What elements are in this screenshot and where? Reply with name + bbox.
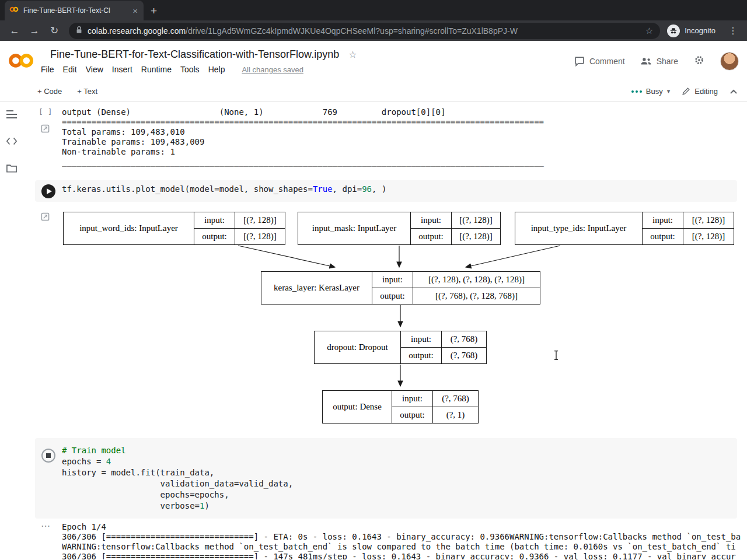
back-icon[interactable]: ← xyxy=(6,25,23,37)
collapse-header-icon[interactable] xyxy=(729,86,738,97)
text-line: 306/306 [==============================]… xyxy=(62,552,747,559)
cell-output-icon[interactable] xyxy=(41,212,50,221)
train-code-cell[interactable]: # Train modelepochs = 4history = model.f… xyxy=(35,438,737,519)
diagram-node-input-word-ids: input_word_ids: InputLayer input:[(?, 12… xyxy=(63,212,285,245)
omnibox[interactable]: colab.research.google.com/drive/1LgAd5Wm… xyxy=(69,23,660,39)
colab-favicon-icon xyxy=(9,5,19,16)
add-code-button[interactable]: + Code xyxy=(37,87,62,96)
share-people-icon xyxy=(640,57,652,66)
notebook-title[interactable]: Fine-Tune-BERT-for-Text-Classification-w… xyxy=(50,48,339,61)
busy-dots-icon xyxy=(631,90,642,93)
notebook-content: [ ] output (Dense) (None, 1) 769 dropout… xyxy=(0,102,747,559)
comment-icon xyxy=(574,56,585,66)
tab-close-icon[interactable]: × xyxy=(131,6,139,15)
text-line: ________________________________________… xyxy=(62,157,747,167)
cell-output-icon[interactable] xyxy=(41,124,50,133)
play-icon xyxy=(47,188,52,194)
menu-edit[interactable]: Edit xyxy=(63,65,77,74)
code-snippets-icon[interactable] xyxy=(0,131,23,152)
busy-status[interactable]: Busy ▾ xyxy=(631,87,670,96)
incognito-badge[interactable]: Incognito xyxy=(666,23,722,38)
colab-header: Fine-Tune-BERT-for-Text-Classification-w… xyxy=(0,41,747,82)
files-folder-icon[interactable] xyxy=(0,158,23,178)
node-output-label: output: xyxy=(194,229,235,244)
code-editor[interactable]: tf.keras.utils.plot_model(model=model, s… xyxy=(62,183,386,198)
text-line: WARNING:tensorflow:Callbacks method `on_… xyxy=(62,542,747,552)
reload-icon[interactable]: ↻ xyxy=(46,24,63,37)
bookmark-star-icon[interactable]: ☆ xyxy=(645,26,653,36)
node-input-label: input: xyxy=(392,391,433,407)
node-output-label: output: xyxy=(392,407,433,423)
output-overflow-icon[interactable]: ⋯ xyxy=(35,522,50,530)
browser-tab[interactable]: Fine-Tune-BERT-for-Text-Cl × xyxy=(5,1,144,20)
menu-file[interactable]: File xyxy=(41,65,54,74)
menu-insert[interactable]: Insert xyxy=(112,65,132,74)
node-input-label: input: xyxy=(411,212,452,228)
colab-logo-icon[interactable] xyxy=(8,52,35,72)
node-name: input_word_ids: InputLayer xyxy=(64,212,194,244)
editing-mode-button[interactable]: Editing xyxy=(682,87,718,96)
node-name: input_type_ids: InputLayer xyxy=(515,212,643,244)
forward-icon[interactable]: → xyxy=(26,25,43,37)
avatar[interactable] xyxy=(720,52,739,71)
diagram-node-output-dense: output: Dense input:(?, 768) output:(?, … xyxy=(322,390,479,424)
new-tab-button[interactable]: + xyxy=(151,5,157,18)
text-line: epochs = 4 xyxy=(62,456,293,467)
stop-cell-button[interactable] xyxy=(41,449,55,463)
share-button[interactable]: Share xyxy=(640,57,678,66)
editing-label: Editing xyxy=(694,87,718,96)
plot-model-code-cell[interactable]: tf.keras.utils.plot_model(model=model, s… xyxy=(35,180,737,202)
summary-output-row: [ ] output (Dense) (None, 1) 769 dropout… xyxy=(35,107,747,167)
share-label: Share xyxy=(657,57,678,66)
notebook-scroll-area[interactable]: [ ] output (Dense) (None, 1) 769 dropout… xyxy=(23,102,747,559)
save-status[interactable]: All changes saved xyxy=(242,65,303,74)
text-line: 306/306 [==============================]… xyxy=(62,532,747,542)
screen: Fine-Tune-BERT-for-Text-Cl × + ← → ↻ col… xyxy=(0,0,747,560)
cell-gutter xyxy=(35,208,62,435)
node-input-value: [(?, 128)] xyxy=(683,212,734,228)
comment-label: Comment xyxy=(589,57,625,66)
node-output-label: output: xyxy=(372,288,413,304)
text-line: verbose=1) xyxy=(62,501,293,512)
node-input-value: [(?, 128)] xyxy=(235,212,285,228)
node-output-label: output: xyxy=(643,229,683,244)
text-line: Trainable params: 109,483,009 xyxy=(62,137,747,147)
url-text: colab.research.google.com/drive/1LgAd5Wm… xyxy=(88,26,640,36)
node-output-value: (?, 1) xyxy=(433,407,478,423)
browser-menu-icon[interactable]: ⋮ xyxy=(725,25,741,36)
cell-gutter: ⋯ xyxy=(35,522,62,559)
diagram-node-dropout: dropout: Dropout input:(?, 768) output:(… xyxy=(314,331,487,364)
menu-tools[interactable]: Tools xyxy=(180,65,200,74)
add-text-button[interactable]: + Text xyxy=(77,87,97,96)
settings-gear-icon[interactable] xyxy=(693,54,705,68)
menu-help[interactable]: Help xyxy=(208,65,225,74)
text-line: tf.keras.utils.plot_model(model=model, s… xyxy=(62,184,386,195)
node-output-value: (?, 768) xyxy=(442,348,486,363)
node-input-value: (?, 768) xyxy=(442,331,486,347)
text-line: ========================================… xyxy=(62,117,747,127)
node-output-label: output: xyxy=(411,229,452,244)
training-log-output: Epoch 1/4306/306 [======================… xyxy=(62,522,747,559)
comment-button[interactable]: Comment xyxy=(574,56,625,66)
busy-dropdown-icon: ▾ xyxy=(667,88,671,95)
incognito-label: Incognito xyxy=(685,26,715,35)
title-block: Fine-Tune-BERT-for-Text-Classification-w… xyxy=(41,48,357,74)
menu-view[interactable]: View xyxy=(86,65,103,74)
menu-bar: File Edit View Insert Runtime Tools Help… xyxy=(41,65,357,74)
node-name: keras_layer: KerasLayer xyxy=(261,272,372,304)
star-notebook-icon[interactable]: ☆ xyxy=(348,49,357,60)
menu-runtime[interactable]: Runtime xyxy=(141,65,172,74)
node-name: output: Dense xyxy=(323,391,392,423)
run-bracket[interactable]: [ ] xyxy=(35,107,52,116)
browser-tab-strip: Fine-Tune-BERT-for-Text-Cl × + xyxy=(0,0,747,20)
text-line: Total params: 109,483,010 xyxy=(62,127,747,137)
train-output-row: ⋯ Epoch 1/4306/306 [====================… xyxy=(35,522,747,559)
text-line: validation_data=valid_data, xyxy=(62,478,293,489)
url-domain: colab.research.google.com xyxy=(88,26,186,36)
run-cell-button[interactable] xyxy=(41,184,55,198)
left-rail xyxy=(0,102,23,559)
table-of-contents-icon[interactable] xyxy=(0,104,23,125)
diagram-node-keras-layer: keras_layer: KerasLayer input:[(?, 128),… xyxy=(261,271,540,304)
node-output-value: [(?, 128)] xyxy=(235,229,285,244)
code-editor[interactable]: # Train modelepochs = 4history = model.f… xyxy=(62,444,293,512)
